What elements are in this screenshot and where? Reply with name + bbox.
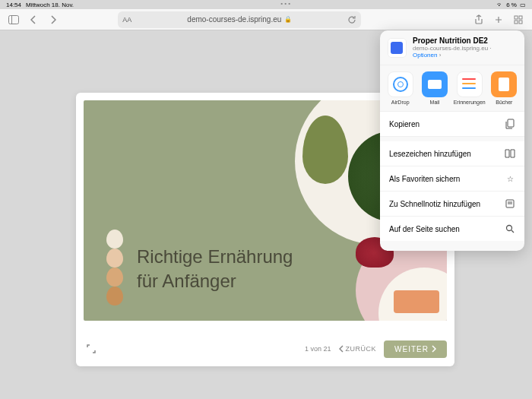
- bookmark-label: Lesezeichen hinzufügen: [389, 150, 471, 158]
- reminders-icon: [457, 71, 483, 97]
- browser-toolbar: AA demo-courses-de.ispring.eu 🔒: [0, 9, 532, 30]
- search-icon: [505, 223, 515, 234]
- copy-icon: [505, 119, 515, 129]
- find-label: Auf der Seite suchen: [389, 225, 460, 233]
- options-link[interactable]: Optionen: [413, 52, 437, 59]
- svg-rect-0: [9, 15, 19, 24]
- books-label: Bücher: [496, 100, 512, 105]
- status-date: Mittwoch 18. Nov.: [26, 2, 74, 8]
- sidebar-toggle-button[interactable]: [6, 12, 21, 27]
- sheet-title: Proper Nutrition DE2: [413, 36, 517, 45]
- slide-title-line1: Richtige Ernährung: [137, 246, 293, 267]
- status-bar: 14:54 Mittwoch 18. Nov. • • • ᯤ 6 % ▭: [0, 0, 532, 9]
- next-label: WEITER: [394, 345, 429, 353]
- battery-icon: ▭: [520, 2, 526, 8]
- mail-label: Mail: [430, 100, 440, 105]
- airdrop-icon: [393, 77, 408, 92]
- share-button[interactable]: [471, 12, 486, 27]
- wifi-icon: ᯤ: [497, 2, 503, 8]
- reminders-label: Erinnerungen: [454, 100, 486, 105]
- forward-button[interactable]: [46, 12, 61, 27]
- airdrop-label: AirDrop: [391, 100, 410, 105]
- svg-rect-5: [519, 21, 522, 24]
- fullscreen-button[interactable]: [84, 341, 99, 356]
- svg-rect-2: [515, 16, 518, 19]
- book-icon: [505, 148, 515, 159]
- find-action[interactable]: Auf der Seite suchen: [380, 217, 524, 241]
- favorite-action[interactable]: Als Favoriten sichern ☆: [380, 166, 524, 192]
- airdrop-button[interactable]: AirDrop: [385, 71, 416, 105]
- slide-title-line2: für Anfänger: [137, 271, 236, 291]
- sheet-app-icon: [388, 38, 407, 58]
- next-slide-button[interactable]: WEITER: [384, 340, 447, 358]
- books-icon: [491, 71, 517, 97]
- eggs-image: [106, 230, 125, 306]
- salmon-image: [394, 290, 439, 313]
- copy-action[interactable]: Kopieren: [380, 112, 524, 137]
- new-tab-button[interactable]: [491, 12, 506, 27]
- mail-icon: [422, 71, 448, 97]
- share-sheet: Proper Nutrition DE2 demo-courses-de.isp…: [380, 30, 524, 251]
- reminders-button[interactable]: Erinnerungen: [454, 71, 486, 105]
- sheet-subtitle: demo-courses-de.ispring.eu · Optionen ›: [413, 45, 517, 59]
- player-footer: 1 von 21 ZURÜCK WEITER: [84, 337, 447, 360]
- note-icon: [505, 198, 515, 209]
- lock-icon: 🔒: [284, 16, 292, 23]
- battery-pct: 6 %: [506, 2, 517, 8]
- multitask-dots[interactable]: • • •: [280, 2, 290, 8]
- sheet-header: Proper Nutrition DE2 demo-courses-de.isp…: [380, 30, 524, 65]
- svg-rect-3: [519, 16, 522, 19]
- mail-button[interactable]: Mail: [419, 71, 450, 105]
- quicknote-action[interactable]: Zu Schnellnotiz hinzufügen: [380, 192, 524, 217]
- books-button[interactable]: Bücher: [489, 71, 520, 105]
- svg-rect-6: [508, 119, 514, 127]
- prev-label: ZURÜCK: [346, 345, 377, 353]
- slide-title: Richtige Ernährung für Anfänger: [137, 245, 293, 293]
- url-text: demo-courses-de.ispring.eu: [187, 15, 281, 24]
- tabs-button[interactable]: [511, 12, 526, 27]
- star-icon: ☆: [505, 173, 515, 184]
- page-indicator: 1 von 21: [305, 345, 331, 353]
- svg-point-8: [507, 226, 512, 231]
- back-button[interactable]: [26, 12, 41, 27]
- share-apps-row: AirDrop Mail Erinnerungen Bücher: [380, 65, 524, 112]
- url-bar[interactable]: AA demo-courses-de.ispring.eu 🔒: [118, 11, 361, 28]
- svg-rect-4: [515, 21, 518, 24]
- quicknote-label: Zu Schnellnotiz hinzufügen: [389, 200, 480, 208]
- copy-label: Kopieren: [389, 120, 420, 128]
- status-time: 14:54: [6, 2, 21, 8]
- reader-button[interactable]: AA: [122, 16, 131, 24]
- bookmark-action[interactable]: Lesezeichen hinzufügen: [380, 141, 524, 166]
- share-actions-list[interactable]: Kopieren Lesezeichen hinzufügen Als Favo…: [380, 112, 524, 241]
- favorite-label: Als Favoriten sichern: [389, 175, 460, 183]
- refresh-button[interactable]: [347, 15, 356, 24]
- prev-slide-button[interactable]: ZURÜCK: [339, 345, 377, 353]
